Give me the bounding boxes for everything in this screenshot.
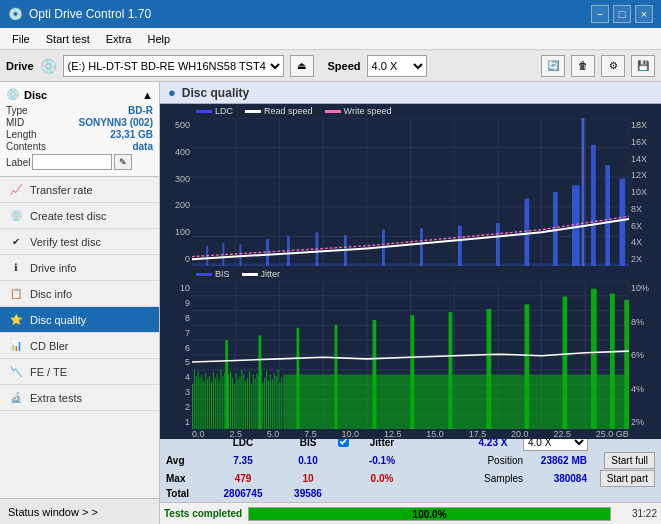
svg-rect-75: [224, 373, 225, 429]
y1-0: 0: [162, 254, 190, 264]
y1-400: 400: [162, 147, 190, 157]
y2-2: 2: [162, 402, 190, 412]
stats-total-label: Total: [166, 488, 208, 499]
svg-rect-78: [230, 371, 231, 429]
sidebar-item-verify-test[interactable]: ✔ Verify test disc: [0, 229, 159, 255]
settings-button[interactable]: ⚙: [601, 55, 625, 77]
menu-file[interactable]: File: [4, 31, 38, 47]
legend-write-speed: Write speed: [325, 106, 392, 116]
svg-rect-103: [278, 370, 279, 429]
refresh-button[interactable]: 🔄: [541, 55, 565, 77]
speed-select[interactable]: 4.0 X: [367, 55, 427, 77]
svg-rect-65: [205, 373, 206, 429]
sidebar-item-drive-info[interactable]: ℹ Drive info: [0, 255, 159, 281]
stats-avg-ldc: 7.35: [208, 455, 278, 466]
svg-rect-32: [591, 145, 596, 266]
disc-type-row: Type BD-R: [6, 105, 153, 116]
sidebar-item-transfer-rate-label: Transfer rate: [30, 184, 93, 196]
y1r-4x: 4X: [631, 237, 659, 247]
sidebar-item-cd-bler[interactable]: 📊 CD Bler: [0, 333, 159, 359]
disc-contents-row: Contents data: [6, 141, 153, 152]
disc-quality-header: ● Disc quality: [160, 82, 661, 104]
main-area: 💿 Disc ▲ Type BD-R MID SONYNN3 (002) Len…: [0, 82, 661, 524]
disc-mid-label: MID: [6, 117, 24, 128]
sidebar-item-disc-info[interactable]: 📋 Disc info: [0, 281, 159, 307]
svg-rect-67: [209, 376, 210, 429]
titlebar: 💿 Opti Drive Control 1.70 − □ ×: [0, 0, 661, 28]
sidebar-item-create-test-label: Create test disc: [30, 210, 106, 222]
y1-100: 100: [162, 227, 190, 237]
x2-0: 0.0: [192, 429, 205, 439]
legend-bis: BIS: [196, 269, 230, 279]
disc-contents-value: data: [132, 141, 153, 152]
stats-avg-jitter: -0.1%: [352, 455, 412, 466]
y2-5: 5: [162, 357, 190, 367]
x2-7.5: 7.5: [304, 429, 317, 439]
svg-rect-58: [192, 384, 193, 429]
svg-rect-59: [194, 370, 195, 429]
legend-bis-label: BIS: [215, 269, 230, 279]
disc-length-row: Length 23,31 GB: [6, 129, 153, 140]
svg-rect-31: [572, 185, 580, 266]
y1-300: 300: [162, 174, 190, 184]
chart2-x-labels: 0.0 2.5 5.0 7.5 10.0 12.5 15.0 17.5 20.0…: [160, 429, 661, 439]
svg-rect-80: [234, 384, 235, 429]
disc-mid-value: SONYNN3 (002): [79, 117, 153, 128]
label-edit-button[interactable]: ✎: [114, 154, 132, 170]
svg-rect-28: [496, 223, 500, 266]
save-button[interactable]: 💾: [631, 55, 655, 77]
legend-write-color: [325, 110, 341, 113]
maximize-button[interactable]: □: [613, 5, 631, 23]
stats-avg-bis: 0.10: [278, 455, 338, 466]
erase-button[interactable]: 🗑: [571, 55, 595, 77]
app-icon: 💿: [8, 7, 23, 21]
disc-panel-expand[interactable]: ▲: [142, 89, 153, 101]
minimize-button[interactable]: −: [591, 5, 609, 23]
sidebar-item-create-test[interactable]: 💿 Create test disc: [0, 203, 159, 229]
svg-rect-84: [241, 370, 242, 429]
stats-bar: LDC BIS Jitter 4.23 X 4.0 X: [160, 429, 661, 502]
eject-button[interactable]: ⏏: [290, 55, 314, 77]
stats-samples-label: Samples: [463, 473, 523, 484]
verify-test-icon: ✔: [8, 234, 24, 250]
chart2-y-left: 10 9 8 7 6 5 4 3 2 1: [160, 281, 192, 429]
sidebar-item-fe-te[interactable]: 📉 FE / TE: [0, 359, 159, 385]
svg-rect-106: [225, 340, 228, 429]
svg-rect-69: [213, 371, 214, 429]
drive-select[interactable]: (E:) HL-DT-ST BD-RE WH16NS58 TST4: [63, 55, 284, 77]
y1-200: 200: [162, 200, 190, 210]
sidebar-item-transfer-rate[interactable]: 📈 Transfer rate: [0, 177, 159, 203]
menu-start-test[interactable]: Start test: [38, 31, 98, 47]
svg-rect-74: [222, 376, 223, 429]
sidebar-item-verify-test-label: Verify test disc: [30, 236, 101, 248]
start-part-button[interactable]: Start part: [600, 470, 655, 487]
stats-samples-value: 380084: [523, 473, 591, 484]
menu-help[interactable]: Help: [139, 31, 178, 47]
sidebar-item-disc-quality[interactable]: ⭐ Disc quality: [0, 307, 159, 333]
speed-label: Speed: [328, 60, 361, 72]
start-full-button[interactable]: Start full: [604, 452, 655, 469]
disc-label-input[interactable]: [32, 154, 112, 170]
sidebar-item-extra-tests[interactable]: 🔬 Extra tests: [0, 385, 159, 411]
progress-pct: 100.0%: [413, 508, 447, 521]
sidebar-item-fe-te-label: FE / TE: [30, 366, 67, 378]
sidebar-item-disc-quality-label: Disc quality: [30, 314, 86, 326]
svg-rect-27: [458, 226, 462, 266]
menu-extra[interactable]: Extra: [98, 31, 140, 47]
chart2-inner: 10 9 8 7 6 5 4 3 2 1: [160, 281, 661, 429]
legend-write-label: Write speed: [344, 106, 392, 116]
y2r-4pct: 4%: [631, 384, 659, 394]
y2r-10pct: 10%: [631, 283, 659, 293]
disc-quality-icon: ⭐: [8, 312, 24, 328]
sidebar-item-cd-bler-label: CD Bler: [30, 340, 69, 352]
progress-time: 31:22: [617, 508, 657, 519]
y1r-14x: 14X: [631, 154, 659, 164]
status-window-button[interactable]: Status window > >: [0, 498, 159, 524]
close-button[interactable]: ×: [635, 5, 653, 23]
progress-label: Tests completed: [164, 508, 242, 519]
svg-rect-105: [281, 378, 282, 429]
x2-25: 25.0 GB: [596, 429, 629, 439]
legend-read-color: [245, 110, 261, 113]
legend-ldc-color: [196, 110, 212, 113]
chart1-y-left: 500 400 300 200 100 0: [160, 118, 192, 266]
